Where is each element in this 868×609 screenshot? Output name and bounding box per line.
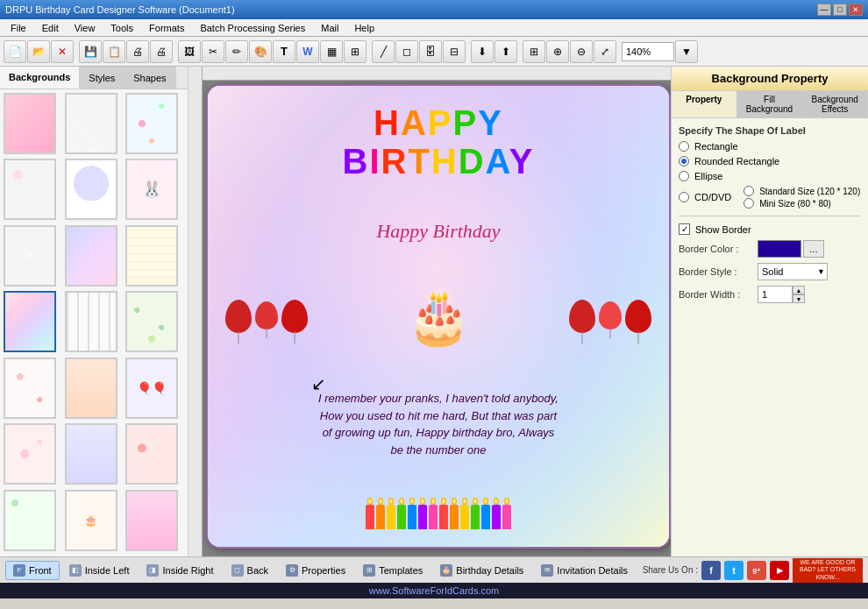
bg-thumb-18[interactable]	[125, 423, 178, 485]
menu-edit[interactable]: Edit	[35, 21, 66, 35]
paint-button[interactable]: 🎨	[249, 40, 272, 63]
twitter-button[interactable]: t	[724, 561, 743, 580]
bg-thumb-19[interactable]	[4, 490, 56, 551]
close-button[interactable]: ✕	[849, 4, 863, 16]
bg-thumb-5[interactable]	[65, 159, 117, 220]
radio-standard-size[interactable]	[743, 186, 754, 196]
menu-batch[interactable]: Batch Processing Series	[193, 21, 312, 35]
tab-styles[interactable]: Styles	[80, 67, 125, 89]
bg-thumb-1[interactable]	[4, 93, 56, 154]
btab-birthday-details[interactable]: 🎂 Birthday Details	[432, 561, 531, 580]
barcode-button[interactable]: ▦	[320, 40, 343, 63]
bg-thumb-14[interactable]	[65, 358, 117, 419]
bg-thumb-4[interactable]	[4, 159, 56, 220]
btab-templates[interactable]: ⊞ Templates	[355, 561, 430, 580]
new-button[interactable]: 📄	[4, 40, 26, 63]
db-button[interactable]: 🗄	[419, 40, 442, 63]
menu-formats[interactable]: Formats	[142, 21, 191, 35]
shapes2-button[interactable]: ◻	[395, 40, 418, 63]
radio-mini-size[interactable]	[743, 198, 754, 209]
bg-thumb-2[interactable]	[65, 93, 117, 154]
wordart-button[interactable]: W	[296, 40, 319, 63]
zoom-out-button[interactable]: ⊖	[570, 40, 593, 63]
text-button[interactable]: T	[273, 40, 295, 63]
fit-button[interactable]: ⤢	[594, 40, 616, 63]
card-canvas[interactable]: HAPPY BIRTHDAY Happy Birthday	[206, 84, 671, 549]
radio-rounded-rectangle[interactable]	[679, 156, 689, 166]
border-width-input[interactable]: 1	[758, 286, 793, 303]
radio-ellipse[interactable]	[679, 171, 689, 181]
bg-thumb-7[interactable]	[4, 225, 56, 287]
bg-thumb-16[interactable]	[4, 423, 56, 485]
bg-thumb-21[interactable]	[125, 490, 178, 551]
qr-button[interactable]: ⊟	[443, 40, 466, 63]
border-width-up[interactable]: ▲	[793, 286, 805, 294]
show-border-checkbox[interactable]: ✓	[679, 223, 690, 235]
tab-property[interactable]: Property	[672, 91, 737, 117]
menu-tools[interactable]: Tools	[103, 21, 140, 35]
radio-standard-size-row: Standard Size (120 * 120)	[743, 186, 860, 196]
btab-invitation-details[interactable]: ✉ Invitation Details	[533, 561, 636, 580]
tab-background-effects[interactable]: Background Effects	[802, 91, 868, 117]
tab-shapes[interactable]: Shapes	[125, 67, 175, 89]
radio-rectangle[interactable]	[679, 141, 689, 152]
separator-1	[679, 216, 861, 216]
btab-properties[interactable]: ⚙ Properties	[278, 561, 353, 580]
bg-thumb-3[interactable]	[125, 93, 178, 154]
border-style-select[interactable]: Solid ▼	[758, 263, 828, 280]
print-button[interactable]: 🖨	[126, 40, 149, 63]
export-button[interactable]: ⬆	[494, 40, 517, 63]
bg-thumb-13[interactable]	[4, 358, 56, 419]
btab-inside-right[interactable]: ◨ Inside Right	[139, 561, 221, 580]
minimize-button[interactable]: —	[817, 4, 831, 16]
bg-thumb-20[interactable]: 🎂	[65, 490, 117, 551]
btab-back-label: Back	[247, 565, 268, 576]
right-panel-title: Background Property	[672, 67, 868, 91]
bg-thumb-8[interactable]	[65, 225, 117, 287]
tab-fill-background[interactable]: Fill Background	[737, 91, 803, 117]
border-color-swatch[interactable]	[758, 240, 801, 258]
import-button[interactable]: ⬇	[471, 40, 494, 63]
crop-button[interactable]: ✂	[202, 40, 224, 63]
zoom-display: 140%	[622, 42, 674, 61]
youtube-button[interactable]: ▶	[770, 561, 789, 580]
menu-help[interactable]: Help	[347, 21, 381, 35]
line-button[interactable]: ╱	[372, 40, 395, 63]
zoom-in-button[interactable]: ⊕	[546, 40, 569, 63]
facebook-button[interactable]: f	[701, 561, 721, 580]
titlebar-title: DRPU Birthday Card Designer Software (Do…	[5, 4, 817, 15]
save-as-button[interactable]: 📋	[103, 40, 125, 63]
save-button[interactable]: 💾	[79, 40, 102, 63]
bg-thumb-15[interactable]: 🎈🎈	[125, 358, 178, 419]
btab-front[interactable]: F Front	[5, 561, 60, 580]
maximize-button[interactable]: □	[833, 4, 847, 16]
candles-row	[225, 498, 651, 529]
we-are-good-banner: WE ARE GOOD OR BAD? LET OTHERS KNOW...	[793, 558, 863, 583]
zoom-dropdown-button[interactable]: ▼	[675, 40, 698, 63]
radio-cddvd[interactable]	[679, 192, 689, 202]
menu-file[interactable]: File	[4, 21, 33, 35]
tab-backgrounds[interactable]: Backgrounds	[0, 67, 80, 89]
bg-thumb-10[interactable]	[4, 291, 56, 352]
bg-thumb-17[interactable]	[65, 423, 117, 485]
table-button[interactable]: ⊞	[344, 40, 366, 63]
image-button[interactable]: 🖼	[178, 40, 201, 63]
close-doc-button[interactable]: ✕	[51, 40, 74, 63]
border-color-picker-button[interactable]: …	[803, 240, 824, 258]
menu-mail[interactable]: Mail	[314, 21, 345, 35]
open-button[interactable]: 📂	[27, 40, 50, 63]
menu-view[interactable]: View	[68, 21, 103, 35]
print2-button[interactable]: 🖨	[150, 40, 173, 63]
btab-inside-left[interactable]: ◧ Inside Left	[61, 561, 138, 580]
bg-thumb-6[interactable]: 🐰	[125, 159, 178, 220]
grid-button[interactable]: ⊞	[523, 40, 545, 63]
bg-thumb-12[interactable]	[125, 291, 178, 352]
border-width-down[interactable]: ▼	[793, 294, 805, 303]
border-width-label: Border Width :	[679, 289, 758, 300]
cake-icon: 🎂	[406, 286, 472, 348]
btab-back[interactable]: ◻ Back	[224, 561, 276, 580]
googleplus-button[interactable]: g+	[747, 561, 766, 580]
bg-thumb-9[interactable]	[125, 225, 178, 287]
bg-thumb-11[interactable]	[65, 291, 117, 352]
draw-button[interactable]: ✏	[225, 40, 248, 63]
